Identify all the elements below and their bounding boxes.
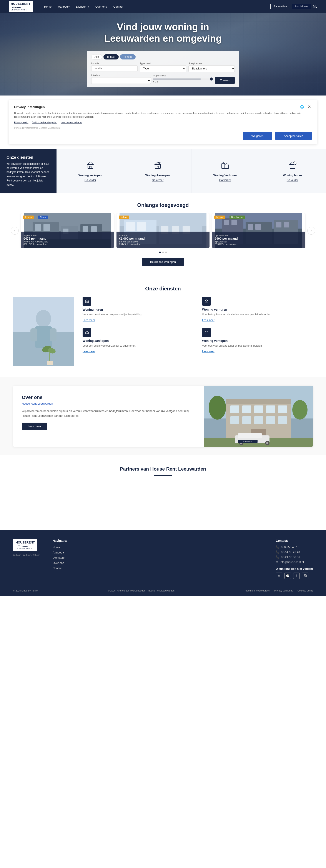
dienst-aankopen-link[interactable]: Lees meer: [83, 350, 95, 353]
footer-bottom-links: Algemene voorwaarden Privacy verklaring …: [245, 589, 313, 592]
svg-rect-38: [276, 222, 281, 227]
verhuren-dienst-icon: [202, 297, 211, 306]
over-ons-text: Over ons House Rent Leeuwarden Wij advis…: [13, 386, 204, 447]
dienst-aankopen: Woning aankopen Voor een snelle verkoop …: [83, 328, 193, 353]
over-ons-desc: Wij adviseren en bemiddelen bij huur en …: [22, 409, 196, 418]
over-ons-title: Over ons: [22, 395, 196, 400]
tab-tehuur[interactable]: Te huur: [104, 54, 119, 60]
service-card-verhuren[interactable]: Woning Verhuren Ga verder: [191, 149, 259, 193]
footer-algemene-link[interactable]: Algemene voorwaarden: [245, 589, 270, 592]
prop-price-2: €1.000 per maand: [119, 237, 207, 240]
footer-nav-home[interactable]: Home: [53, 546, 60, 549]
dot-2[interactable]: [162, 252, 164, 253]
service-link-verhuren[interactable]: Ga verder: [219, 179, 231, 182]
dienst-verhuren-link[interactable]: Lees meer: [202, 319, 215, 322]
nav-contact[interactable]: Contact: [111, 4, 126, 9]
prop-badge-3: Te huur: [214, 216, 225, 219]
zoeken-button[interactable]: Zoeken: [215, 77, 235, 84]
locatie-input[interactable]: [91, 65, 138, 71]
svg-rect-36: [248, 224, 253, 230]
prop-badge-beschikbaar-3: Beschikbaar: [229, 216, 245, 219]
footer-privacy-link[interactable]: Privacy verklaring: [274, 589, 293, 592]
slaapkamers-select[interactable]: Slaapkamers: [188, 65, 235, 72]
aanmelden-button[interactable]: Aanmelden: [270, 4, 290, 9]
privacy-text: Deze site maakt gebruik van technologieë…: [14, 111, 312, 119]
property-card-2[interactable]: Te huur Overige €1.000 per maand Simon V…: [116, 213, 210, 248]
over-ons-brand[interactable]: House Rent Leeuwarden: [22, 402, 196, 405]
footer-contact: Contact: 📞 058-250 45 16 📞 06-54 95 26 4…: [276, 539, 313, 579]
service-card-huren[interactable]: Woning huren Ga verder: [259, 149, 326, 193]
search-tabs: Alle Te huur Te koop: [91, 54, 235, 60]
dot-1[interactable]: [159, 252, 161, 253]
service-link-aankopen[interactable]: Ga verder: [152, 179, 163, 182]
range-thumb[interactable]: [210, 78, 213, 81]
privacy-buttons: Weigeren Accepteer alles: [14, 132, 312, 140]
voorkeuren-link[interactable]: Voorkeuren beheren: [61, 121, 82, 124]
carousel-prev-button[interactable]: ‹: [11, 227, 19, 235]
footer-nav-contact[interactable]: Contact: [53, 566, 62, 570]
social-email-icon[interactable]: ✉: [276, 572, 282, 579]
type-select[interactable]: Type: [140, 65, 186, 72]
nav-home[interactable]: Home: [42, 4, 54, 9]
nav-aanbod[interactable]: Aanbod: [55, 4, 72, 9]
footer-nav-overons[interactable]: Over ons: [53, 561, 64, 564]
privacybeleid-link[interactable]: Privacybeleid: [14, 121, 28, 124]
tab-alle[interactable]: Alle: [91, 54, 102, 60]
footer-top: HOUSERENT LEEUWARDEN Verkoop • Verhuur •…: [13, 539, 313, 579]
property-card-1[interactable]: Te huur Nieuw Appartement €475 per maand…: [21, 213, 114, 248]
dienst-verkopen-desc: Voor een vast en laag tarief en pas acht…: [202, 344, 313, 348]
service-link-huren[interactable]: Ga verder: [287, 179, 298, 182]
service-link-verkopen[interactable]: Ga verder: [85, 179, 96, 182]
tab-tekoop[interactable]: Te koop: [120, 54, 136, 60]
svg-rect-65: [230, 416, 239, 424]
hero-content: Vind jouw woning in Leeuwarden en omgevi…: [104, 21, 222, 44]
footer-nav-diensten[interactable]: Diensten: [53, 556, 65, 559]
hero-title: Vind jouw woning in Leeuwarden en omgevi…: [104, 21, 222, 44]
prop-badge-2: Te huur: [119, 216, 129, 219]
svg-rect-5: [222, 164, 225, 168]
svg-rect-3: [157, 166, 159, 168]
inschrijven-button[interactable]: inschrijven: [292, 4, 311, 9]
dienst-verkopen-link[interactable]: Lees meer: [202, 350, 215, 353]
language-selector[interactable]: NL: [313, 5, 317, 8]
social-facebook-icon[interactable]: f: [293, 572, 300, 579]
privacy-close-button[interactable]: ✕: [307, 104, 312, 109]
navbar-actions: Aanmelden inschrijven NL: [270, 4, 317, 9]
service-card-aankopen[interactable]: Woning Aankopen Ga verder: [124, 149, 191, 193]
onlangs-section: Onlangs toegevoegd ‹: [0, 193, 326, 275]
footer-email: ✉ info@house-rent.nl: [276, 560, 313, 564]
prop-address-1: Jakob van Aakenstraat: [24, 240, 111, 243]
service-card-verkopen[interactable]: Woning verkopen Ga verder: [56, 149, 124, 193]
locatie-field: Locatie: [91, 62, 138, 72]
property-card-3[interactable]: Te huur Beschikbaar Appartement €900 per…: [212, 213, 305, 248]
lees-meer-button[interactable]: Lees meer: [22, 423, 47, 430]
carousel-next-button[interactable]: ›: [307, 227, 315, 235]
svg-point-81: [304, 575, 306, 577]
property-image-2: Te huur Overige €1.000 per maand Simon V…: [116, 213, 210, 248]
weigeren-button[interactable]: Weigeren: [243, 132, 272, 140]
navbar: HOUSERENT LEEUWARDEN Home Aanbod Dienste…: [0, 0, 326, 13]
accepteer-button[interactable]: Accepteer alles: [275, 132, 312, 140]
footer-nav-aanbod[interactable]: Aanbod: [53, 551, 64, 554]
svg-rect-7: [290, 164, 295, 168]
email-icon: ✉: [276, 560, 278, 564]
search-panel: Alle Te huur Te koop Locatie Type pand T…: [87, 51, 239, 87]
footer-find-title: U kunt ons ook hier vinden:: [276, 567, 313, 570]
service-label-verhuren: Woning Verhuren: [213, 174, 237, 177]
interieur-select[interactable]: [91, 77, 151, 84]
nav-menu: Home Aanbod Diensten Over ons Contact: [42, 4, 271, 9]
dienst-aankopen-desc: Voor een snelle verkoop zonder te advert…: [83, 344, 193, 348]
svg-rect-15: [44, 224, 50, 231]
svg-rect-6: [225, 165, 228, 168]
nav-over-ons[interactable]: Over ons: [93, 4, 110, 9]
svg-rect-17: [83, 226, 88, 232]
dienst-huren-link[interactable]: Lees meer: [83, 319, 95, 322]
footer-cookies-link[interactable]: Cookies policy: [298, 589, 313, 592]
dot-3[interactable]: [165, 252, 167, 253]
bekijk-alle-button[interactable]: Bekijk alle woningen: [142, 258, 184, 266]
nav-diensten[interactable]: Diensten: [74, 4, 91, 9]
social-instagram-icon[interactable]: [302, 572, 308, 579]
juridisch-link[interactable]: Juridische kennisgeving: [32, 121, 57, 124]
partners-title: Partners van House Rent Leeuwarden: [13, 466, 313, 472]
social-whatsapp-icon[interactable]: 💬: [284, 572, 291, 579]
